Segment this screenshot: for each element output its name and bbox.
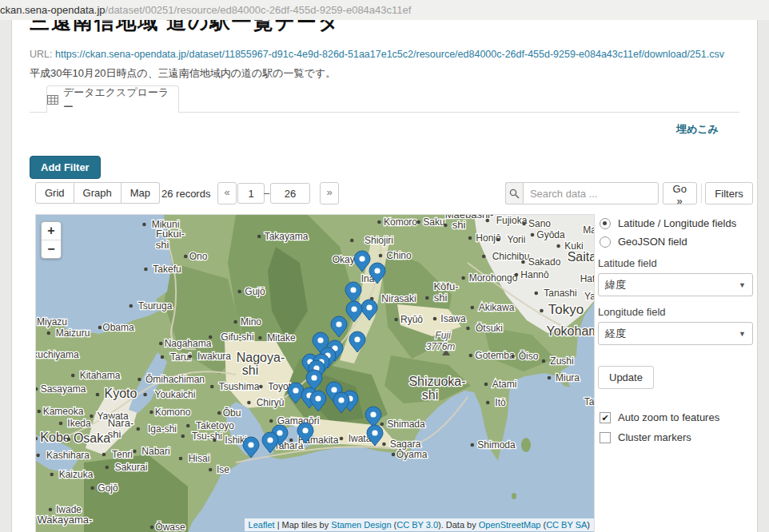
geojson-radio-label: GeoJSON field — [618, 236, 687, 248]
cluster-check-row[interactable]: Cluster markers — [600, 431, 759, 443]
pagination-prev-button[interactable]: « — [217, 182, 237, 204]
search-icon-box — [505, 182, 523, 204]
town-dot — [133, 450, 137, 454]
attribution-link[interactable]: Leaflet — [249, 520, 275, 530]
chevron-down-icon: ▼ — [739, 281, 746, 289]
view-switcher: GridGraphMap — [35, 182, 160, 204]
town-dot — [98, 326, 102, 330]
filters-button[interactable]: Filters — [705, 182, 752, 204]
map-place-label: Saitama — [568, 250, 594, 264]
autozoom-checkbox[interactable]: ✔ — [600, 412, 611, 423]
map-place-label: Shimoda — [477, 439, 516, 451]
view-button-grid[interactable]: Grid — [35, 182, 74, 204]
pagination-to-input[interactable] — [270, 183, 310, 204]
town-dot — [257, 235, 261, 239]
town-dot — [186, 424, 190, 428]
town-dot — [392, 453, 396, 457]
attribution-link[interactable]: CC BY SA — [546, 520, 587, 530]
embed-link[interactable]: 埋めこみ — [676, 122, 719, 137]
map-place-label: 3776m — [426, 341, 456, 352]
town-dot — [184, 255, 188, 259]
tab-data-explorer[interactable]: データエクスプローラー — [46, 85, 179, 113]
map-settings-panel: Latitude / Longitude fields GeoJSON fiel… — [598, 214, 759, 443]
attribution-link[interactable]: Stamen Design — [331, 520, 391, 530]
url-domain: ckan.sena-opendata.jp — [0, 4, 106, 16]
map-place-label: Tarui — [170, 351, 191, 363]
map-place-label: Saku — [423, 216, 444, 228]
town-dot — [350, 239, 354, 243]
attribution-text: ) — [587, 520, 590, 530]
map-place-label: Kobe — [40, 431, 70, 444]
map-place-label: Komono — [155, 407, 191, 418]
map-place-label: Gifu-shi — [221, 332, 253, 343]
zoom-in-button[interactable]: + — [42, 222, 61, 240]
map-place-label: Komoro — [384, 216, 417, 228]
town-dot — [469, 354, 473, 358]
town-dot — [36, 454, 40, 458]
latlon-radio[interactable] — [600, 218, 611, 229]
url-label: URL: — [30, 49, 52, 60]
map-place-label: Morohongō — [469, 272, 518, 284]
latlon-radio-row[interactable]: Latitude / Longitude fields — [600, 217, 759, 229]
attribution-link[interactable]: OpenStreetMap — [479, 520, 541, 530]
resource-title-clipped: 三遠南信地域 道の駅一覧データ — [30, 20, 525, 32]
latitude-field-label: Latitude field — [598, 257, 759, 269]
town-dot — [67, 438, 71, 442]
map-place-label: Gamagōri — [277, 415, 320, 427]
longitude-field-label: Longitude field — [598, 306, 759, 318]
geojson-radio[interactable] — [600, 236, 611, 248]
view-button-map[interactable]: Map — [122, 182, 160, 204]
geojson-radio-row[interactable]: GeoJSON field — [600, 236, 759, 248]
map-place-label: Ōbu — [223, 407, 241, 419]
map-place-label: Atami — [492, 379, 517, 390]
map-zoom-control: + − — [41, 221, 62, 259]
map-place-label: Ryūō — [400, 314, 423, 325]
map-place-label: Ōtsuki — [476, 323, 503, 334]
search-go-button[interactable]: Go » — [663, 182, 697, 204]
town-dot — [496, 238, 500, 242]
pagination-from-input[interactable] — [237, 183, 265, 204]
view-button-graph[interactable]: Graph — [74, 182, 122, 204]
map-place-label: Tsuruga — [138, 300, 173, 312]
map-place-label: Kitahama — [80, 370, 121, 381]
map-view[interactable]: + − — [35, 214, 595, 532]
town-dot — [38, 410, 42, 414]
map-place-label: Shiojiri — [365, 235, 393, 246]
town-dot — [511, 355, 515, 359]
map-place-label: Tsu-shi — [192, 431, 222, 442]
town-dot — [340, 437, 344, 441]
search-input[interactable] — [523, 182, 659, 204]
cluster-checkbox[interactable] — [600, 432, 611, 443]
latitude-field-select[interactable]: 緯度 ▼ — [598, 273, 753, 296]
autozoom-check-row[interactable]: ✔ Auto zoom to features — [600, 411, 759, 423]
map-place-label: Sagara — [390, 439, 421, 450]
map-place-label: Zushi — [550, 355, 573, 367]
town-dot — [394, 318, 398, 322]
town-dot — [289, 439, 293, 443]
town-dot — [471, 443, 475, 447]
town-dot — [71, 374, 75, 378]
attribution-link[interactable]: CC BY 3.0 — [396, 520, 438, 530]
map-place-label: Hisai — [189, 453, 210, 464]
map-place-label: shi — [452, 219, 466, 231]
update-button[interactable]: Update — [598, 366, 654, 389]
pagination-next-button[interactable]: » — [320, 182, 339, 204]
map-place-label: Tenri — [112, 449, 133, 460]
map-place-label: Hannō — [520, 269, 549, 280]
add-filter-button[interactable]: Add Filter — [30, 156, 101, 179]
map-canvas: MikuniFukui-shiOnoTakefuTsurugaMiyazuMai… — [36, 215, 594, 532]
map-place-label: Gojō — [98, 482, 118, 494]
resource-download-link[interactable]: https://ckan.sena-opendata.jp/dataset/11… — [55, 49, 724, 60]
town-dot — [269, 419, 273, 423]
map-place-label: Kōfu- — [433, 280, 458, 292]
longitude-field-select[interactable]: 経度 ▼ — [598, 322, 753, 345]
town-dot — [129, 304, 133, 308]
town-dot — [416, 220, 420, 224]
town-dot — [150, 526, 154, 530]
town-dot — [482, 255, 486, 259]
town-dot — [144, 268, 148, 272]
browser-address-bar[interactable]: ckan.sena-opendata.jp/dataset/00251/reso… — [0, 0, 769, 21]
map-place-label: Fukuchiyama — [36, 349, 79, 360]
zoom-out-button[interactable]: − — [42, 240, 61, 258]
town-dot — [556, 244, 560, 248]
